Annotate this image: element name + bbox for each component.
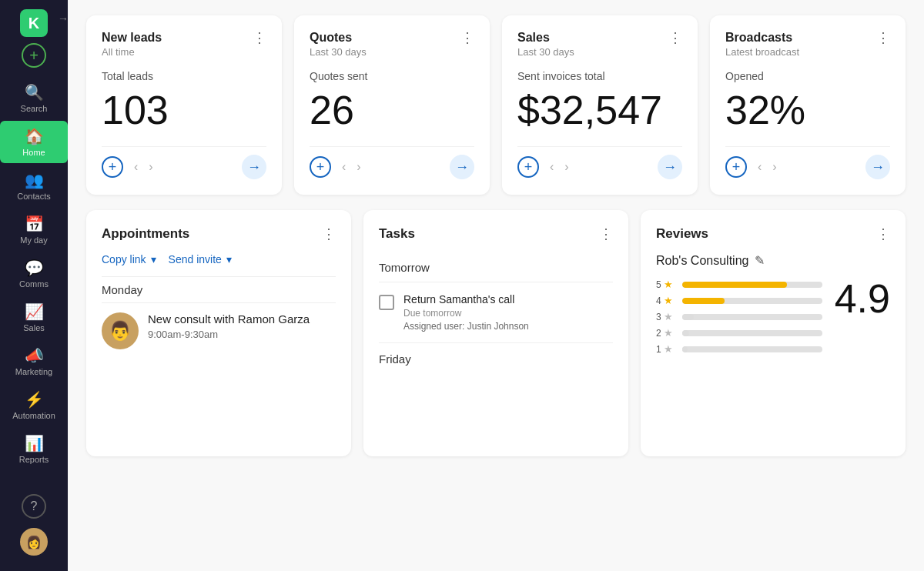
- metric-prev-button-0[interactable]: ‹: [131, 159, 141, 175]
- reviews-biz-name: Rob's Consulting: [656, 254, 748, 268]
- sidebar-item-label: Automation: [12, 411, 55, 420]
- review-bar-row-2: 2 ★: [656, 327, 822, 339]
- review-bar-fill-2: [682, 330, 689, 336]
- sidebar-item-label: Home: [22, 148, 45, 157]
- metric-next-button-2[interactable]: ›: [561, 159, 571, 175]
- appointment-info: New consult with Ramon Garza 9:00am-9:30…: [148, 312, 310, 340]
- metric-menu-button-3[interactable]: ⋮: [876, 31, 890, 45]
- metric-value-0: 103: [102, 88, 266, 132]
- sidebar-item-reports[interactable]: 📊Reports: [0, 428, 68, 470]
- sidebar-item-label: Contacts: [17, 192, 50, 201]
- sales-icon: 📈: [25, 302, 44, 321]
- metric-arrow-button-2[interactable]: →: [658, 155, 682, 179]
- review-bar-fill-5: [682, 282, 787, 288]
- review-star-label-5: 5 ★: [656, 279, 678, 290]
- task-info-0-0: Return Samantha's call Due tomorrow Assi…: [403, 293, 529, 332]
- reviews-bars: 5 ★ 4 ★ 3 ★ 2 ★ 1 ★: [656, 279, 822, 355]
- task-name-0-0: Return Samantha's call: [403, 293, 529, 306]
- appointments-header: Appointments ⋮: [102, 225, 336, 242]
- metric-add-button-0[interactable]: +: [102, 156, 123, 178]
- send-invite-button[interactable]: Send invite ▾: [169, 253, 232, 265]
- task-due-0-0: Due tomorrow: [403, 308, 529, 319]
- review-star-number-2: 2: [656, 328, 661, 339]
- metric-footer-0: + ‹ › →: [102, 146, 266, 179]
- review-star-number-1: 1: [656, 344, 661, 355]
- tasks-title: Tasks: [379, 226, 415, 242]
- sidebar-item-marketing[interactable]: 📣Marketing: [0, 340, 68, 382]
- copy-link-button[interactable]: Copy link ▾: [102, 253, 156, 265]
- metric-header-0: New leads All time ⋮: [102, 31, 266, 58]
- add-button[interactable]: +: [22, 43, 46, 68]
- metric-title-3: Broadcasts: [725, 31, 799, 45]
- appointments-menu-button[interactable]: ⋮: [322, 225, 336, 242]
- metric-next-button-1[interactable]: ›: [353, 159, 363, 175]
- task-checkbox-0-0[interactable]: [379, 295, 394, 310]
- sidebar-item-myday[interactable]: 📅My day: [0, 209, 68, 251]
- metric-add-button-2[interactable]: +: [517, 156, 539, 178]
- tasks-menu-button[interactable]: ⋮: [599, 225, 613, 242]
- review-star-icon-1: ★: [664, 343, 673, 355]
- reviews-score: 4.9: [835, 279, 890, 319]
- review-bar-bg-3: [682, 314, 822, 320]
- metric-arrow-button-1[interactable]: →: [450, 155, 474, 179]
- metric-prev-button-2[interactable]: ‹: [547, 159, 557, 175]
- tasks-header: Tasks ⋮: [379, 225, 613, 242]
- metric-nav-2: ‹ ›: [547, 159, 572, 175]
- sidebar-item-label: Comms: [19, 279, 49, 289]
- metric-arrow-button-3[interactable]: →: [865, 155, 890, 179]
- bottom-row: Appointments ⋮ Copy link ▾ Send invite ▾…: [86, 210, 906, 456]
- reviews-title: Reviews: [656, 226, 708, 242]
- metric-card-2: Sales Last 30 days ⋮ Sent invoices total…: [502, 15, 698, 195]
- reviews-business: Rob's Consulting ✎: [656, 253, 890, 268]
- sidebar-item-comms[interactable]: 💬Comms: [0, 252, 68, 295]
- metric-card-3: Broadcasts Latest broadcast ⋮ Opened 32%…: [710, 15, 906, 195]
- sidebar-item-home[interactable]: 🏠Home: [0, 121, 68, 163]
- metric-add-button-1[interactable]: +: [310, 156, 331, 178]
- review-bar-bg-1: [682, 346, 822, 352]
- metric-menu-button-2[interactable]: ⋮: [668, 31, 682, 45]
- sidebar-item-search[interactable]: 🔍Search: [0, 77, 68, 119]
- metric-menu-button-0[interactable]: ⋮: [253, 31, 266, 45]
- reviews-edit-icon[interactable]: ✎: [755, 253, 765, 268]
- review-bar-bg-5: [682, 282, 822, 288]
- review-bar-row-4: 4 ★: [656, 295, 822, 306]
- sidebar-item-automation[interactable]: ⚡Automation: [0, 384, 68, 426]
- metric-next-button-0[interactable]: ›: [146, 159, 156, 175]
- review-bar-fill-3: [682, 314, 694, 320]
- metric-card-0: New leads All time ⋮ Total leads 103 + ‹…: [86, 15, 282, 195]
- user-avatar[interactable]: 👩: [20, 528, 48, 556]
- metric-next-button-3[interactable]: ›: [769, 159, 779, 175]
- review-star-label-4: 4 ★: [656, 295, 678, 306]
- metric-prev-button-3[interactable]: ‹: [755, 159, 765, 175]
- metric-subtitle-2: Last 30 days: [517, 46, 574, 58]
- metric-prev-button-1[interactable]: ‹: [339, 159, 349, 175]
- copy-link-label: Copy link: [102, 253, 146, 265]
- sidebar-item-contacts[interactable]: 👥Contacts: [0, 165, 68, 207]
- help-button[interactable]: ?: [22, 494, 46, 519]
- metric-title-1: Quotes: [310, 31, 367, 45]
- review-bar-fill-1: [682, 346, 688, 352]
- main-content: New leads All time ⋮ Total leads 103 + ‹…: [68, 0, 924, 571]
- send-invite-label: Send invite: [169, 253, 222, 265]
- metric-header-3: Broadcasts Latest broadcast ⋮: [725, 31, 890, 58]
- metric-nav-3: ‹ ›: [755, 159, 780, 175]
- metric-nav-1: ‹ ›: [339, 159, 364, 175]
- metric-menu-button-1[interactable]: ⋮: [460, 31, 474, 45]
- tasks-sections: Tomorrow Return Samantha's call Due tomo…: [379, 253, 613, 366]
- collapse-sidebar-button[interactable]: →: [58, 12, 69, 25]
- metric-arrow-button-0[interactable]: →: [242, 155, 266, 179]
- metric-label-1: Quotes sent: [310, 70, 474, 82]
- sidebar-item-sales[interactable]: 📈Sales: [0, 296, 68, 339]
- task-item-0-0: Return Samantha's call Due tomorrow Assi…: [379, 282, 613, 343]
- send-invite-chevron-icon: ▾: [226, 253, 232, 265]
- metric-value-3: 32%: [725, 88, 890, 132]
- task-assigned-0-0: Assigned user: Justin Johnson: [403, 321, 529, 332]
- metric-label-2: Sent invoices total: [517, 70, 682, 82]
- metrics-row: New leads All time ⋮ Total leads 103 + ‹…: [86, 15, 906, 195]
- tasks-panel: Tasks ⋮ Tomorrow Return Samantha's call …: [363, 210, 628, 456]
- metric-add-button-3[interactable]: +: [725, 156, 747, 178]
- reviews-menu-button[interactable]: ⋮: [876, 225, 890, 242]
- review-bar-row-5: 5 ★: [656, 279, 822, 290]
- myday-icon: 📅: [25, 215, 44, 233]
- appointment-avatar: 👨: [102, 312, 139, 349]
